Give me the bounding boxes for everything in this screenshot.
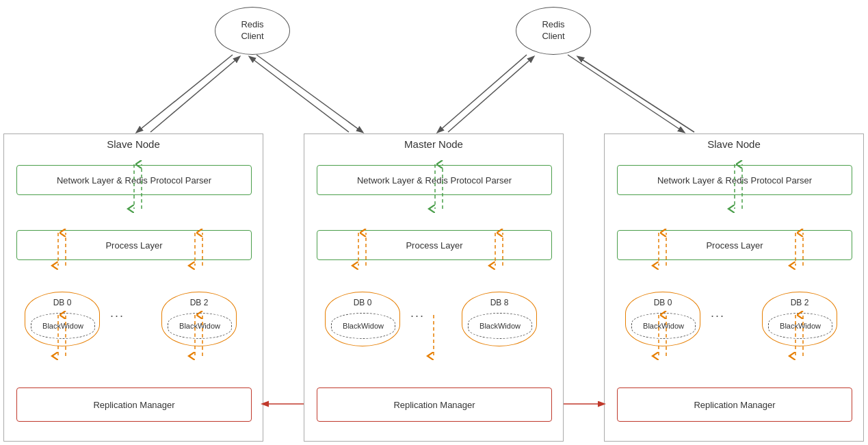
slave-right-process-layer: Process Layer [617, 230, 852, 260]
slave-right-to-client-right-arrow [578, 57, 694, 132]
master-db8: DB 8 BlackWidow [462, 292, 537, 346]
redis-client-left: Redis Client [215, 7, 290, 55]
slave-left-title: Slave Node [4, 134, 263, 157]
slave-left-process-layer: Process Layer [16, 230, 252, 260]
master-title: Master Node [304, 134, 563, 157]
slave-right-db0: DB 0 BlackWidow [625, 292, 700, 346]
slave-left-dots: ··· [110, 309, 124, 323]
slave-node-right: Slave Node Network Layer & Redis Protoco… [604, 134, 864, 442]
slave-node-left: Slave Node Network Layer & Redis Protoco… [3, 134, 263, 442]
slave-to-client-left-arrow [150, 57, 239, 132]
slave-right-bw0: BlackWidow [631, 313, 696, 339]
slave-left-db0: DB 0 BlackWidow [25, 292, 100, 346]
master-dots: ··· [410, 309, 425, 323]
master-bw0: BlackWidow [331, 313, 395, 339]
client-left-to-slave-arrow [137, 55, 233, 132]
master-to-client-right-arrow [448, 57, 534, 132]
slave-left-db2: DB 2 BlackWidow [161, 292, 237, 346]
slave-right-title: Slave Node [605, 134, 863, 157]
slave-right-bw2: BlackWidow [768, 313, 832, 339]
diagram-container: Redis Client Redis Client Slave Node Net… [0, 0, 868, 445]
slave-left-bw0: BlackWidow [31, 313, 95, 339]
client-left-to-master-arrow [257, 55, 363, 132]
master-process-layer: Process Layer [317, 230, 552, 260]
client-right-to-slave-right-arrow [568, 55, 684, 132]
slave-left-network-layer: Network Layer & Redis Protocol Parser [16, 165, 252, 195]
master-bw8: BlackWidow [468, 313, 532, 339]
slave-right-network-layer: Network Layer & Redis Protocol Parser [617, 165, 852, 195]
slave-right-dots: ··· [711, 309, 725, 323]
slave-right-db2: DB 2 BlackWidow [762, 292, 837, 346]
master-to-client-left-arrow [250, 57, 349, 132]
client-right-to-master-arrow [438, 55, 527, 132]
slave-right-replication-manager: Replication Manager [617, 387, 852, 422]
redis-client-right: Redis Client [516, 7, 591, 55]
master-network-layer: Network Layer & Redis Protocol Parser [317, 165, 552, 195]
slave-left-replication-manager: Replication Manager [16, 387, 252, 422]
master-db0: DB 0 BlackWidow [325, 292, 400, 346]
slave-left-bw2: BlackWidow [168, 313, 232, 339]
master-node: Master Node Network Layer & Redis Protoc… [304, 134, 564, 442]
master-replication-manager: Replication Manager [317, 387, 552, 422]
